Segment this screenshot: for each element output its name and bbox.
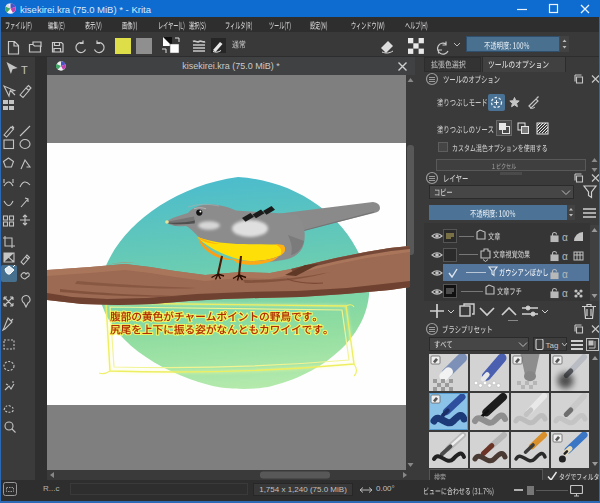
svg-text:T: T [21, 64, 28, 76]
svg-text:α: α [562, 269, 568, 280]
svg-text:α: α [562, 251, 568, 262]
svg-text:α: α [562, 232, 568, 243]
svg-text:Tag: Tag [546, 341, 559, 350]
svg-text:α: α [562, 288, 568, 299]
